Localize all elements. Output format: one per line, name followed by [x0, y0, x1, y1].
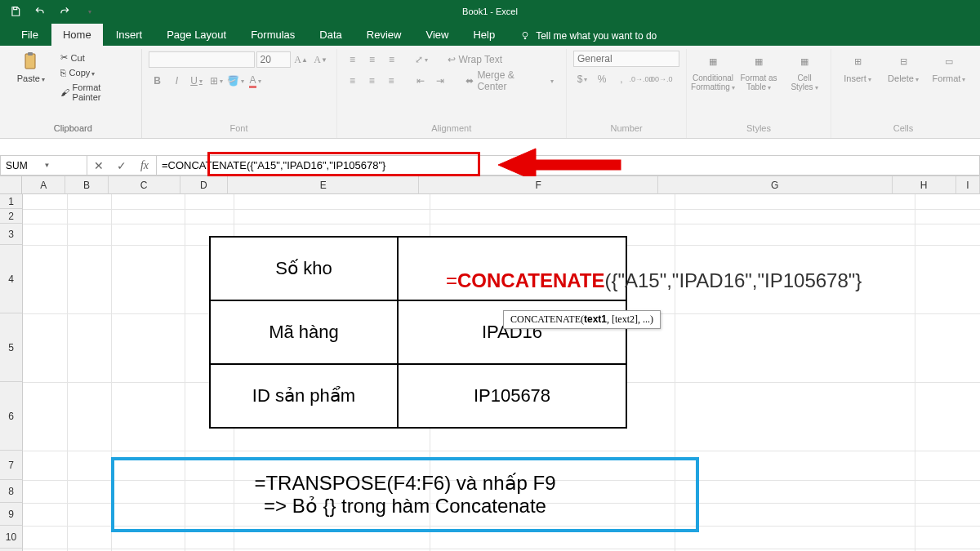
insert-cells-button[interactable]: ⊞Insert: [838, 51, 877, 83]
cell-E6[interactable]: ID sản phẩm: [210, 364, 398, 428]
col-head-C[interactable]: C: [109, 176, 180, 194]
select-all-corner[interactable]: [0, 176, 22, 194]
col-head-E[interactable]: E: [228, 176, 419, 194]
row-head-2[interactable]: 2: [0, 209, 23, 224]
tab-formulas[interactable]: Formulas: [239, 24, 306, 46]
merge-label: Merge & Center: [477, 69, 546, 92]
col-head-G[interactable]: G: [658, 176, 893, 194]
name-box[interactable]: SUM▼: [0, 155, 87, 176]
col-head-A[interactable]: A: [22, 176, 65, 194]
cell-F6[interactable]: IP105678: [398, 364, 626, 428]
col-head-B[interactable]: B: [65, 176, 109, 194]
delete-cells-label: Delete: [888, 73, 919, 83]
font-color-button[interactable]: A: [247, 72, 265, 90]
insert-function-button[interactable]: fx: [133, 156, 156, 175]
group-styles-label: Styles: [746, 123, 771, 133]
svg-rect-3: [28, 52, 33, 56]
col-head-H[interactable]: H: [893, 176, 956, 194]
format-cells-button[interactable]: ▭Format: [929, 51, 969, 83]
tooltip-current-arg: text1: [584, 313, 607, 325]
number-format-combo[interactable]: [573, 51, 679, 67]
conditional-formatting-button[interactable]: ▦Conditional Formatting: [693, 51, 733, 92]
format-painter-button[interactable]: 🖌Format Painter: [57, 81, 135, 104]
row-head-4[interactable]: 4: [0, 245, 23, 313]
row-head-9[interactable]: 9: [0, 503, 23, 526]
formula-args: ({"A15","IPAD16","IP105678"}: [604, 269, 862, 291]
tab-pagelayout[interactable]: Page Layout: [155, 24, 238, 46]
row-head-8[interactable]: 8: [0, 480, 23, 503]
tab-view[interactable]: View: [414, 24, 460, 46]
delete-cells-button[interactable]: ⊟Delete: [884, 51, 923, 83]
tell-me-search[interactable]: Tell me what you want to do: [519, 26, 657, 46]
align-right-icon[interactable]: ≡: [382, 72, 400, 90]
format-as-table-button[interactable]: ▦Format as Table: [739, 51, 778, 92]
col-head-D[interactable]: D: [180, 176, 229, 194]
increase-decimal-icon[interactable]: .0→.00: [632, 70, 650, 88]
tab-insert[interactable]: Insert: [105, 24, 154, 46]
cut-button[interactable]: ✂Cut: [57, 51, 135, 64]
row-head-10[interactable]: 10: [0, 526, 23, 549]
qat-customize-icon[interactable]: [78, 2, 100, 20]
save-icon[interactable]: [5, 2, 26, 20]
cell-E5[interactable]: Mã hàng: [210, 300, 398, 364]
decrease-font-icon[interactable]: A▼: [312, 51, 330, 69]
group-styles: ▦Conditional Formatting ▦Format as Table…: [687, 49, 831, 138]
align-bottom-icon[interactable]: ≡: [383, 51, 401, 69]
svg-rect-4: [531, 160, 621, 170]
cond-fmt-label: Conditional Formatting: [691, 73, 735, 92]
wrap-text-button[interactable]: ↩Wrap Text: [442, 51, 509, 69]
col-head-F[interactable]: F: [419, 176, 658, 194]
fill-color-button[interactable]: 🪣: [227, 72, 245, 90]
cell-E4[interactable]: Số kho: [210, 237, 398, 300]
percent-icon[interactable]: %: [593, 70, 611, 88]
note-line2: => Bỏ {} trong hàm Concatenate: [139, 495, 671, 518]
merge-center-button[interactable]: ⬌Merge & Center: [460, 72, 559, 90]
group-font-label: Font: [229, 123, 247, 133]
align-middle-icon[interactable]: ≡: [363, 51, 381, 69]
increase-font-icon[interactable]: A▲: [292, 51, 310, 69]
row-head-7[interactable]: 7: [0, 451, 23, 480]
increase-indent-icon[interactable]: ⇥: [431, 72, 449, 90]
app-title: Book1 - Excel: [462, 7, 518, 16]
copy-button[interactable]: ⎘Copy: [57, 66, 135, 79]
border-button[interactable]: ⊞: [207, 72, 225, 90]
tab-data[interactable]: Data: [308, 24, 353, 46]
row-head-6[interactable]: 6: [0, 382, 23, 451]
italic-button[interactable]: I: [168, 72, 186, 90]
col-head-I[interactable]: I: [956, 176, 980, 194]
undo-icon[interactable]: [29, 2, 51, 20]
underline-button[interactable]: U: [188, 72, 206, 90]
data-table: Số kho Mã hàngIPAD16 ID sản phẩmIP105678: [209, 236, 627, 429]
enter-formula-button[interactable]: ✓: [110, 156, 133, 175]
decrease-indent-icon[interactable]: ⇤: [412, 72, 430, 90]
font-size-combo[interactable]: [256, 51, 291, 68]
comma-icon[interactable]: ,: [612, 70, 630, 88]
align-center-icon[interactable]: ≡: [363, 72, 381, 90]
tab-review[interactable]: Review: [355, 24, 413, 46]
worksheet-grid[interactable]: ABCDEFGHI 1234567891011121314 Số kho Mã …: [0, 176, 980, 551]
bold-button[interactable]: B: [149, 72, 167, 90]
row-head-3[interactable]: 3: [0, 224, 23, 245]
align-left-icon[interactable]: ≡: [344, 72, 362, 90]
decrease-decimal-icon[interactable]: .00→.0: [652, 70, 670, 88]
cell-styles-icon: ▦: [794, 51, 815, 72]
brush-icon: 🖌: [60, 87, 69, 97]
function-tooltip: CONCATENATE(text1, [text2], ...): [503, 310, 661, 329]
row-head-5[interactable]: 5: [0, 313, 23, 382]
font-name-combo[interactable]: [149, 51, 255, 68]
orientation-icon[interactable]: ⤢: [412, 51, 430, 69]
cell-F4-editing[interactable]: =CONCATENATE({"A15","IPAD16","IP105678"}: [446, 269, 862, 292]
cancel-formula-button[interactable]: ✕: [87, 156, 110, 175]
cut-label: Cut: [71, 53, 85, 63]
tab-file[interactable]: File: [10, 24, 50, 46]
redo-icon[interactable]: [54, 2, 75, 20]
group-alignment-label: Alignment: [431, 123, 471, 133]
cell-styles-button[interactable]: ▦Cell Styles: [785, 51, 824, 92]
currency-icon[interactable]: $: [573, 70, 591, 88]
align-top-icon[interactable]: ≡: [344, 51, 362, 69]
tab-help[interactable]: Help: [461, 24, 506, 46]
name-box-value: SUM: [6, 160, 44, 171]
paste-button[interactable]: Paste: [11, 51, 51, 83]
row-head-1[interactable]: 1: [0, 194, 23, 209]
tab-home[interactable]: Home: [51, 24, 103, 46]
